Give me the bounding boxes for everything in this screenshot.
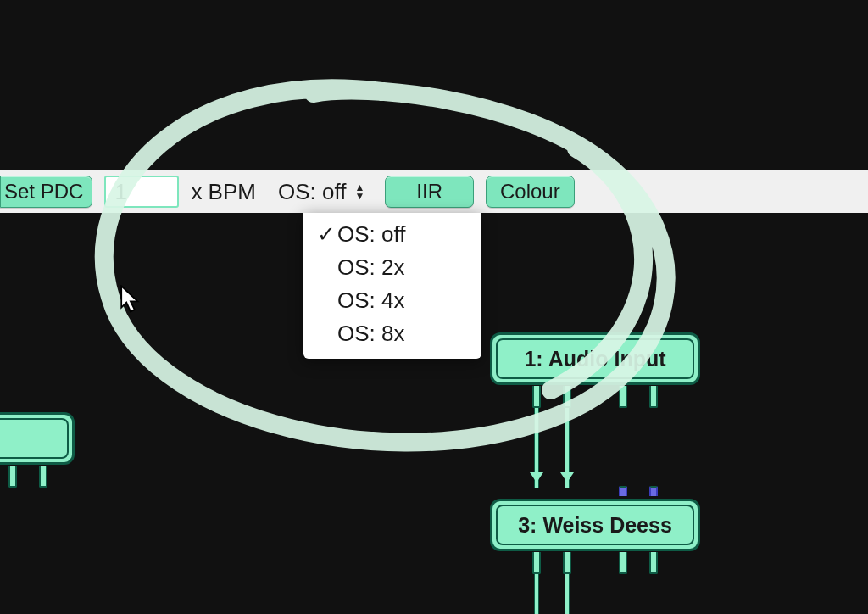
os-option-4x[interactable]: OS: 4x xyxy=(303,284,481,317)
oversampling-select[interactable]: OS: off ▲▼ xyxy=(271,175,373,209)
node-port[interactable] xyxy=(619,552,627,574)
graph-node-audio-input[interactable]: 1: Audio Input xyxy=(490,332,700,385)
patch-wire xyxy=(535,408,538,488)
oversampling-selected-label: OS: off xyxy=(278,179,346,205)
os-option-label: OS: off xyxy=(337,221,405,248)
patch-wire xyxy=(565,408,569,488)
colour-button[interactable]: Colour xyxy=(486,176,575,208)
set-pdc-button[interactable]: Set PDC xyxy=(0,176,92,208)
os-option-8x[interactable]: OS: 8x xyxy=(303,317,481,350)
graph-node-partial[interactable] xyxy=(0,412,75,465)
graph-node-label xyxy=(0,418,69,459)
patch-wire xyxy=(565,574,569,614)
node-port[interactable] xyxy=(649,552,658,574)
bpm-label: x BPM xyxy=(191,179,256,205)
os-option-label: OS: 8x xyxy=(337,321,404,347)
node-port[interactable] xyxy=(532,552,541,574)
node-port[interactable] xyxy=(649,386,658,408)
iir-button[interactable]: IIR xyxy=(385,176,474,208)
oversampling-dropdown: ✓ OS: off OS: 2x OS: 4x OS: 8x xyxy=(303,213,481,359)
node-port[interactable] xyxy=(563,386,571,408)
select-spinner-icon: ▲▼ xyxy=(354,183,364,200)
node-port[interactable] xyxy=(8,466,17,488)
node-port[interactable] xyxy=(619,486,627,496)
graph-node-label: 1: Audio Input xyxy=(496,338,694,379)
app-canvas: Set PDC 1 x BPM OS: off ▲▼ IIR Colour ✓ … xyxy=(0,0,868,614)
cursor-icon xyxy=(120,285,141,314)
node-port[interactable] xyxy=(649,486,658,496)
node-port[interactable] xyxy=(532,386,541,408)
node-port[interactable] xyxy=(619,386,627,408)
os-option-off[interactable]: ✓ OS: off xyxy=(303,218,481,251)
toolbar: Set PDC 1 x BPM OS: off ▲▼ IIR Colour xyxy=(0,170,868,213)
os-option-2x[interactable]: OS: 2x xyxy=(303,251,481,284)
node-port[interactable] xyxy=(563,552,571,574)
bpm-multiplier-input[interactable]: 1 xyxy=(104,176,179,208)
os-option-label: OS: 4x xyxy=(337,287,404,314)
check-icon: ✓ xyxy=(315,221,337,248)
os-option-label: OS: 2x xyxy=(337,254,404,281)
graph-node-weiss-deess[interactable]: 3: Weiss Deess xyxy=(490,499,700,551)
graph-node-label: 3: Weiss Deess xyxy=(496,505,694,545)
node-port[interactable] xyxy=(39,466,47,488)
patch-wire xyxy=(535,574,538,614)
